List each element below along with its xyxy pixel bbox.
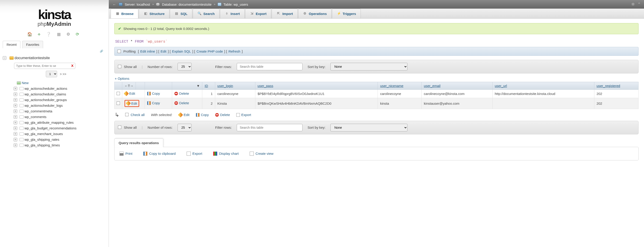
expand-icon[interactable]: + [14,109,17,113]
bulk-export[interactable]: Export [236,113,251,117]
tree-table-item[interactable]: +wp_comments [3,114,108,120]
qro-view[interactable]: Create view [250,152,274,156]
logout-icon[interactable]: ⎆ [38,32,43,37]
tree-table-item[interactable]: +wp_gla_shipping_times [3,142,108,148]
tab-sql[interactable]: ▤SQL [170,8,192,18]
options-toggle[interactable]: + Options [114,77,638,82]
bc-server[interactable]: Server: localhost [125,2,150,6]
create-php-link[interactable]: Create PHP code [196,49,223,53]
tree-table-item[interactable]: +wp_gla_attribute_mapping_rules [3,120,108,125]
bc-database[interactable]: Database: documentationtestsite [162,2,211,6]
row-checkbox[interactable] [116,92,120,95]
expand-icon[interactable]: + [14,87,17,90]
col-user_email[interactable]: user_email [422,82,492,90]
filter-input[interactable] [14,63,75,69]
col-user_nicename[interactable]: user_nicename [378,82,422,90]
edit-inline-link[interactable]: Edit inline [140,49,155,53]
sort-key-select-bottom[interactable]: None [330,124,408,131]
filter-rows-input[interactable] [237,63,302,70]
profiling-checkbox[interactable] [118,50,121,53]
col-sort-arrows[interactable]: ←T→ [122,82,136,90]
sort-key-select[interactable]: None [330,63,408,70]
qro-export[interactable]: Export [186,152,202,156]
refresh-link[interactable]: Refresh [228,49,240,53]
col-user_pass[interactable]: user_pass [255,82,378,90]
tree-table-item[interactable]: +wp_actionscheduler_actions [3,86,108,91]
expand-icon[interactable]: + [14,126,17,130]
tab-export[interactable]: ⇲Export [245,8,272,18]
expand-icon[interactable]: + [14,132,17,136]
row-edit[interactable]: Edit [124,92,135,95]
expand-icon[interactable]: + [14,104,17,107]
bulk-edit[interactable]: Edit [179,113,190,117]
collapse-icon[interactable]: − [3,56,6,60]
bc-table[interactable]: Table: wp_users [224,2,248,6]
col-user_registered[interactable]: user_registered [594,82,638,90]
show-all-checkbox[interactable] [118,65,122,68]
cell-email: carolinecoyne@kinsta.com [422,90,492,98]
sql-icon[interactable]: ▦ [57,32,63,37]
tree-db-row[interactable]: − documentationtestsite [3,55,108,61]
expand-icon[interactable]: + [14,92,17,96]
tree-new[interactable]: New [3,80,108,86]
tree-table-item[interactable]: +wp_actionscheduler_claims [3,91,108,97]
tree-table-item[interactable]: +wp_actionscheduler_logs [3,103,108,108]
logo: kinsta phpMyAdmin [0,0,108,29]
docs-icon[interactable]: ❔ [46,32,53,37]
row-edit[interactable]: Edit [124,100,139,107]
col-user_url[interactable]: user_url [492,82,594,90]
expand-icon[interactable]: + [14,98,17,102]
tree-table-item[interactable]: +wp_commentmeta [3,108,108,114]
expand-icon[interactable]: + [14,115,17,119]
qro-print[interactable]: Print [120,152,132,156]
tab-triggers[interactable]: ⚡Triggers [332,8,361,18]
expand-icon[interactable]: + [14,143,17,147]
tab-operations[interactable]: ⚙Operations [298,8,332,18]
home-icon[interactable]: 🏠 [27,32,34,37]
edit-link[interactable]: Edit [160,49,166,53]
tree-next-page[interactable]: > >> [60,72,66,76]
tree-page-select[interactable]: 1 [46,71,57,77]
expand-icon[interactable]: + [14,138,17,141]
bulk-copy[interactable]: Copy [196,113,209,117]
bulk-delete[interactable]: Delete [215,113,230,117]
qro-chart[interactable]: Display chart [213,152,239,156]
row-delete[interactable]: Delete [174,101,189,105]
row-checkbox[interactable] [116,101,120,105]
show-all-checkbox-bottom[interactable] [118,126,122,129]
logo-phpmyadmin-text: phpMyAdmin [4,21,104,27]
col-ID[interactable]: ID [202,82,215,90]
col-user_login[interactable]: user_login [215,82,255,90]
tree-table-item[interactable]: +wp_gla_shipping_rates [3,137,108,142]
tab-favorites[interactable]: Favorites [22,41,43,48]
explain-link[interactable]: Explain SQL [172,49,191,53]
table-row: EditCopyDelete1carolinecoyne$P$BYbEI4yRd… [114,90,638,98]
expand-icon[interactable]: + [14,121,17,124]
num-rows-select-bottom[interactable]: 25 [178,124,192,131]
check-all-link[interactable]: Check all [130,113,145,117]
tree-table-item[interactable]: +wp_gla_budget_recommendations [3,125,108,131]
tree-table-item[interactable]: +wp_gla_merchant_issues [3,131,108,137]
tab-import[interactable]: ⇱Import [272,8,298,18]
gear-icon[interactable]: ✲ [631,2,635,7]
filter-clear-icon[interactable]: X [71,64,74,67]
link-icon[interactable]: 🔗 [0,48,108,53]
back-icon[interactable]: ← [112,2,116,6]
row-delete[interactable]: Delete [174,92,189,95]
num-rows-select[interactable]: 25 [178,63,192,70]
tab-insert[interactable]: ⎀Insert [220,8,245,18]
row-copy[interactable]: Copy [147,101,160,105]
tab-browse[interactable]: ▦Browse [111,8,138,18]
tab-search[interactable]: 🔍Search [193,8,220,18]
delete-icon [215,113,219,117]
check-all-checkbox[interactable] [125,113,129,116]
row-copy[interactable]: Copy [147,92,160,95]
tree-table-item[interactable]: +wp_actionscheduler_groups [3,97,108,103]
settings-icon[interactable]: ⚙ [66,32,72,37]
filter-rows-input-bottom[interactable] [237,124,302,131]
tab-structure[interactable]: ◧Structure [139,8,170,18]
reload-icon[interactable]: ⟳ [76,32,82,37]
qro-copy-clipboard[interactable]: Copy to clipboard [143,152,176,156]
tab-recent[interactable]: Recent [3,41,20,48]
collapse-up-icon[interactable]: ⌃ [638,2,641,7]
